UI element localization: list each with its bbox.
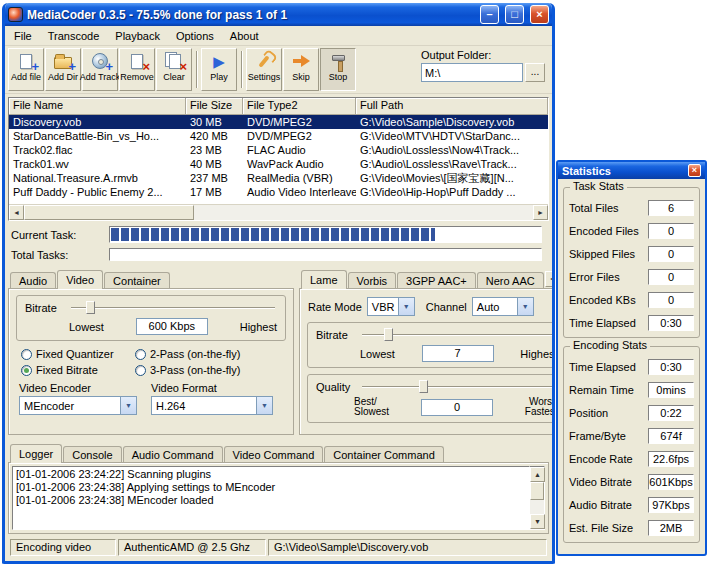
tab-video[interactable]: Video xyxy=(57,270,103,289)
scroll-left-button[interactable]: ◄ xyxy=(9,205,24,220)
video-encoder-select[interactable]: MEncoder ▼ xyxy=(19,396,137,415)
quality-value[interactable]: 0 xyxy=(421,399,493,416)
close-button[interactable]: × xyxy=(530,5,549,24)
radio-icon xyxy=(21,349,32,360)
cell-full-path: G:\Video\Movies\[国家宝藏][N... xyxy=(356,171,548,185)
video-format-select[interactable]: H.264 ▼ xyxy=(151,396,273,415)
minimize-button[interactable]: – xyxy=(480,5,499,24)
slider-thumb[interactable] xyxy=(86,301,95,314)
slider-thumb[interactable] xyxy=(419,380,428,393)
statistics-title-bar[interactable]: Statistics × xyxy=(558,162,705,179)
column-header-file-size[interactable]: File Size xyxy=(186,98,243,115)
table-row[interactable]: StarDanceBattle-Bin_vs_Ho... 420 MB DVD/… xyxy=(9,129,548,143)
browse-button[interactable]: ... xyxy=(525,63,545,82)
tab-video-command[interactable]: Video Command xyxy=(224,446,324,462)
table-row[interactable]: Discovery.vob 30 MB DVD/MPEG2 G:\Video\S… xyxy=(9,115,548,129)
tab-vorbis[interactable]: Vorbis xyxy=(348,272,397,288)
quality-group: Quality Best/ Slowest 0 Worst/ Fastest xyxy=(307,374,555,423)
audio-bitrate-slider[interactable] xyxy=(360,327,555,342)
scrollbar-thumb[interactable] xyxy=(530,482,544,500)
table-row[interactable]: Puff Daddy - Public Enemy 2... 17 MB Aud… xyxy=(9,185,548,199)
slider-track xyxy=(362,386,555,388)
radio-fixed-bitrate[interactable]: Fixed Bitrate xyxy=(21,364,133,376)
stop-button[interactable]: Stop xyxy=(320,48,356,91)
slider-thumb[interactable] xyxy=(384,328,393,341)
vertical-scrollbar[interactable]: ▲ ▼ xyxy=(530,466,545,530)
radio-fixed-quantizer[interactable]: Fixed Quantizer xyxy=(21,348,133,360)
stat-value: 0:30 xyxy=(648,315,694,331)
chevron-down-icon[interactable]: ▼ xyxy=(256,397,272,414)
menu-playback[interactable]: Playback xyxy=(107,28,168,44)
column-header-file-type[interactable]: File Type2 xyxy=(243,98,356,115)
stat-value: 0:30 xyxy=(648,359,694,375)
logger-tab-body: [01-01-2006 23:24:22] Scanning plugins [… xyxy=(8,462,549,534)
menu-transcode[interactable]: Transcode xyxy=(40,28,108,44)
app-icon xyxy=(8,7,23,22)
table-row[interactable]: Track01.wv 40 MB WavPack Audio G:\Audio\… xyxy=(9,157,548,171)
chevron-down-icon[interactable]: ▼ xyxy=(120,397,136,414)
encoding-stats-title: Encoding Stats xyxy=(570,339,650,351)
tab-container[interactable]: Container xyxy=(104,272,170,288)
play-button[interactable]: ▶ Play xyxy=(201,48,237,91)
radio-2-pass[interactable]: 2-Pass (on-the-fly) xyxy=(135,348,281,360)
status-current-file: G:\Video\Sample\Discovery.vob xyxy=(268,539,547,556)
table-row[interactable]: Track02.flac 23 MB FLAC Audio G:\Audio\L… xyxy=(9,143,548,157)
stat-row: Encoded KBs0 xyxy=(569,288,694,311)
column-header-full-path[interactable]: Full Path xyxy=(356,98,548,115)
tab-audio-command[interactable]: Audio Command xyxy=(123,446,223,462)
radio-3-pass[interactable]: 3-Pass (on-the-fly) xyxy=(135,364,281,376)
cell-full-path: G:\Video\Sample\Discovery.vob xyxy=(356,115,548,129)
skip-button[interactable]: Skip xyxy=(283,48,319,91)
settings-button[interactable]: Settings xyxy=(246,48,282,91)
table-row[interactable]: National.Treasure.A.rmvb 237 MB RealMedi… xyxy=(9,171,548,185)
stat-row: Position0:22 xyxy=(569,401,694,424)
video-encoder-label: Video Encoder xyxy=(19,382,151,394)
column-header-file-name[interactable]: File Name xyxy=(9,98,186,115)
tab-3gpp-aac[interactable]: 3GPP AAC+ xyxy=(397,272,476,288)
maximize-button[interactable]: □ xyxy=(505,5,524,24)
tab-console[interactable]: Console xyxy=(63,446,121,462)
add-track-button[interactable]: + Add Track xyxy=(82,48,118,91)
title-bar[interactable]: MediaCoder 0.3.5 - 75.5% done for pass 1… xyxy=(5,3,552,26)
file-list[interactable]: File Name File Size File Type2 Full Path… xyxy=(8,97,549,221)
tab-audio[interactable]: Audio xyxy=(10,272,56,288)
scrollbar-track[interactable] xyxy=(530,500,544,514)
channel-select[interactable]: Auto ▼ xyxy=(472,297,534,316)
stat-row: Frame/Byte674f xyxy=(569,424,694,447)
horizontal-scrollbar[interactable]: ◄ ► xyxy=(9,204,548,220)
tab-scroll-left-button[interactable]: ◄ xyxy=(545,271,555,287)
video-bitrate-slider[interactable] xyxy=(69,300,277,315)
scrollbar-thumb[interactable] xyxy=(24,205,194,220)
scroll-right-button[interactable]: ► xyxy=(533,205,548,220)
stat-row: Time Elapsed0:30 xyxy=(569,355,694,378)
video-bitrate-label: Bitrate xyxy=(25,302,69,314)
chevron-down-icon[interactable]: ▼ xyxy=(398,298,414,315)
menu-about[interactable]: About xyxy=(222,28,267,44)
quality-slider[interactable] xyxy=(360,379,555,394)
scroll-down-button[interactable]: ▼ xyxy=(530,514,545,529)
scroll-up-button[interactable]: ▲ xyxy=(530,467,545,482)
cell-file-size: 420 MB xyxy=(186,129,243,143)
output-folder-input[interactable] xyxy=(421,63,523,82)
stat-value: 22.6fps xyxy=(648,451,694,467)
quality-label: Quality xyxy=(316,381,360,393)
tab-lame[interactable]: Lame xyxy=(301,270,347,289)
tab-logger[interactable]: Logger xyxy=(10,444,62,463)
add-dir-button[interactable]: + Add Dir xyxy=(45,48,81,91)
cell-full-path: G:\Audio\Lossless\Rave\Track... xyxy=(356,157,548,171)
menu-file[interactable]: File xyxy=(6,28,40,44)
clear-button[interactable]: × Clear xyxy=(156,48,192,91)
scrollbar-track[interactable] xyxy=(194,205,533,220)
rate-mode-select[interactable]: VBR ▼ xyxy=(367,297,415,316)
log-output[interactable]: [01-01-2006 23:24:22] Scanning plugins [… xyxy=(12,466,530,530)
remove-button[interactable]: × Remove xyxy=(119,48,155,91)
chevron-down-icon[interactable]: ▼ xyxy=(517,298,533,315)
video-bitrate-value[interactable]: 600 Kbps xyxy=(136,318,208,335)
tab-nero-aac[interactable]: Nero AAC xyxy=(477,272,544,288)
menu-options[interactable]: Options xyxy=(168,28,222,44)
audio-bitrate-value[interactable]: 7 xyxy=(422,345,494,362)
tab-container-command[interactable]: Container Command xyxy=(324,446,444,462)
statistics-close-button[interactable]: × xyxy=(688,164,701,177)
add-file-button[interactable]: + Add file xyxy=(8,48,44,91)
audio-codec-panel: Lame Vorbis 3GPP AAC+ Nero AAC ◄ ► Rate … xyxy=(299,269,555,435)
